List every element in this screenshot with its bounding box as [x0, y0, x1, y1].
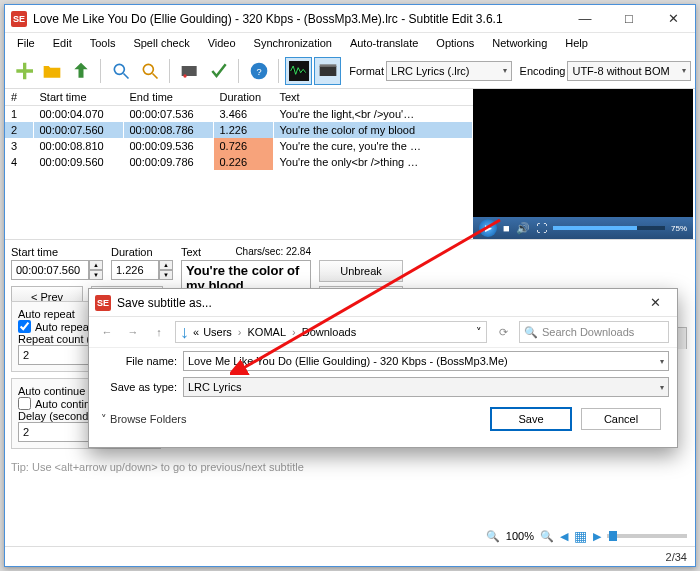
- browse-folders-toggle[interactable]: Browse Folders: [89, 409, 198, 430]
- menu-tools[interactable]: Tools: [82, 35, 124, 51]
- format-label: Format: [349, 65, 384, 77]
- start-time-input[interactable]: [11, 260, 89, 280]
- svg-point-0: [114, 64, 124, 74]
- zoom-in-icon[interactable]: 🔍: [540, 530, 554, 543]
- app-icon: SE: [11, 11, 27, 27]
- find-icon[interactable]: [107, 57, 134, 85]
- table-row[interactable]: 300:00:08.81000:00:09.5360.726You're the…: [5, 138, 473, 154]
- replace-icon[interactable]: [136, 57, 163, 85]
- save-dialog-close-button[interactable]: ✕: [633, 289, 677, 317]
- auto-continue-checkbox[interactable]: [18, 397, 31, 410]
- svg-text:?: ?: [256, 67, 261, 77]
- menu-edit[interactable]: Edit: [45, 35, 80, 51]
- crumb-users[interactable]: Users: [203, 326, 232, 338]
- maximize-button[interactable]: □: [607, 5, 651, 33]
- menu-autotranslate[interactable]: Auto-translate: [342, 35, 426, 51]
- menu-spellcheck[interactable]: Spell check: [125, 35, 197, 51]
- save-file-icon[interactable]: [67, 57, 94, 85]
- menu-options[interactable]: Options: [428, 35, 482, 51]
- col-end[interactable]: End time: [123, 89, 213, 106]
- table-row[interactable]: 200:00:07.56000:00:08.7861.226You're the…: [5, 122, 473, 138]
- video-controls: ▶ ■ 🔊 ⛶ 75%: [473, 217, 693, 239]
- duration-label: Duration: [111, 246, 173, 258]
- zoom-slider[interactable]: [607, 534, 687, 538]
- nav-back-icon[interactable]: ←: [97, 322, 117, 342]
- breadcrumb[interactable]: ↓ « Users KOMAL Downloads ˅: [175, 321, 487, 343]
- new-file-icon[interactable]: [9, 57, 36, 85]
- open-file-icon[interactable]: [38, 57, 65, 85]
- stop-icon[interactable]: ■: [503, 222, 510, 234]
- search-icon: 🔍: [524, 326, 538, 339]
- toolbar: ? Format LRC Lyrics (.lrc) Encoding UTF-…: [5, 53, 695, 89]
- filename-label: File name:: [97, 355, 177, 367]
- save-dialog-icon: SE: [95, 295, 111, 311]
- zoom-out-icon[interactable]: 🔍: [486, 530, 500, 543]
- crumb-downloads[interactable]: Downloads: [302, 326, 356, 338]
- menu-sync[interactable]: Synchronization: [246, 35, 340, 51]
- start-up-icon[interactable]: ▲: [89, 260, 103, 270]
- text-label: Text: [181, 246, 201, 258]
- save-button[interactable]: Save: [491, 408, 571, 430]
- menu-file[interactable]: File: [9, 35, 43, 51]
- volume-icon[interactable]: 🔊: [516, 222, 530, 235]
- nav-up-icon[interactable]: ↑: [149, 322, 169, 342]
- savetype-select[interactable]: LRC Lyrics: [183, 377, 669, 397]
- crumb-komal[interactable]: KOMAL: [248, 326, 287, 338]
- svg-rect-8: [319, 64, 336, 67]
- zoom-bar: 🔍 100% 🔍 ◀ ▦ ▶: [486, 528, 687, 544]
- close-window-button[interactable]: ✕: [651, 5, 695, 33]
- minimize-button[interactable]: —: [563, 5, 607, 33]
- seek-fwd-icon[interactable]: ▶: [593, 530, 601, 543]
- refresh-icon[interactable]: ⟳: [493, 322, 513, 342]
- subtitle-table[interactable]: # Start time End time Duration Text 100:…: [5, 89, 473, 239]
- start-down-icon[interactable]: ▼: [89, 270, 103, 280]
- nav-fwd-icon[interactable]: →: [123, 322, 143, 342]
- menu-help[interactable]: Help: [557, 35, 596, 51]
- svg-point-3: [183, 74, 186, 77]
- encoding-select[interactable]: UTF-8 without BOM: [567, 61, 691, 81]
- fullscreen-icon[interactable]: ⛶: [536, 222, 547, 234]
- dur-down-icon[interactable]: ▼: [159, 270, 173, 280]
- window-title: Love Me Like You Do (Ellie Goulding) - 3…: [33, 12, 563, 26]
- svg-rect-7: [319, 66, 336, 76]
- status-bar: 2/34: [5, 546, 695, 566]
- col-dur[interactable]: Duration: [213, 89, 273, 106]
- help-icon[interactable]: ?: [245, 57, 272, 85]
- table-row[interactable]: 100:00:04.07000:00:07.5363.466You're the…: [5, 106, 473, 123]
- zoom-pct: 100%: [506, 530, 534, 542]
- video-preview[interactable]: ▶ ■ 🔊 ⛶ 75%: [473, 89, 693, 239]
- table-row[interactable]: 400:00:09.56000:00:09.7860.226You're the…: [5, 154, 473, 170]
- cancel-button[interactable]: Cancel: [581, 408, 661, 430]
- start-time-label: Start time: [11, 246, 103, 258]
- save-dialog: SE Save subtitle as... ✕ ← → ↑ ↓ « Users…: [88, 288, 678, 448]
- svg-rect-2: [181, 66, 196, 76]
- center-icon[interactable]: ▦: [574, 528, 587, 544]
- video-icon[interactable]: [314, 57, 341, 85]
- auto-repeat-checkbox[interactable]: [18, 320, 31, 333]
- down-arrow-icon: ↓: [180, 322, 189, 343]
- filename-field[interactable]: Love Me Like You Do (Ellie Goulding) - 3…: [183, 351, 669, 371]
- video-seekbar[interactable]: [553, 226, 665, 230]
- tip-text: Tip: Use <alt+arrow up/down> to go to pr…: [11, 461, 465, 473]
- titlebar: SE Love Me Like You Do (Ellie Goulding) …: [5, 5, 695, 33]
- video-progress: 75%: [671, 224, 687, 233]
- col-text[interactable]: Text: [273, 89, 473, 106]
- unbreak-button[interactable]: Unbreak: [319, 260, 403, 282]
- menu-networking[interactable]: Networking: [484, 35, 555, 51]
- search-input[interactable]: 🔍Search Downloads: [519, 321, 669, 343]
- encoding-label: Encoding: [520, 65, 566, 77]
- svg-point-1: [143, 64, 153, 74]
- spellcheck-icon[interactable]: [205, 57, 232, 85]
- duration-input[interactable]: [111, 260, 159, 280]
- main-window: SE Love Me Like You Do (Ellie Goulding) …: [4, 4, 696, 567]
- col-start[interactable]: Start time: [33, 89, 123, 106]
- menu-video[interactable]: Video: [200, 35, 244, 51]
- col-num[interactable]: #: [5, 89, 33, 106]
- dur-up-icon[interactable]: ▲: [159, 260, 173, 270]
- visual-sync-icon[interactable]: [176, 57, 203, 85]
- save-dialog-title: Save subtitle as...: [117, 296, 633, 310]
- waveform-icon[interactable]: [285, 57, 312, 85]
- format-select[interactable]: LRC Lyrics (.lrc): [386, 61, 512, 81]
- play-icon[interactable]: ▶: [479, 219, 497, 237]
- seek-back-icon[interactable]: ◀: [560, 530, 568, 543]
